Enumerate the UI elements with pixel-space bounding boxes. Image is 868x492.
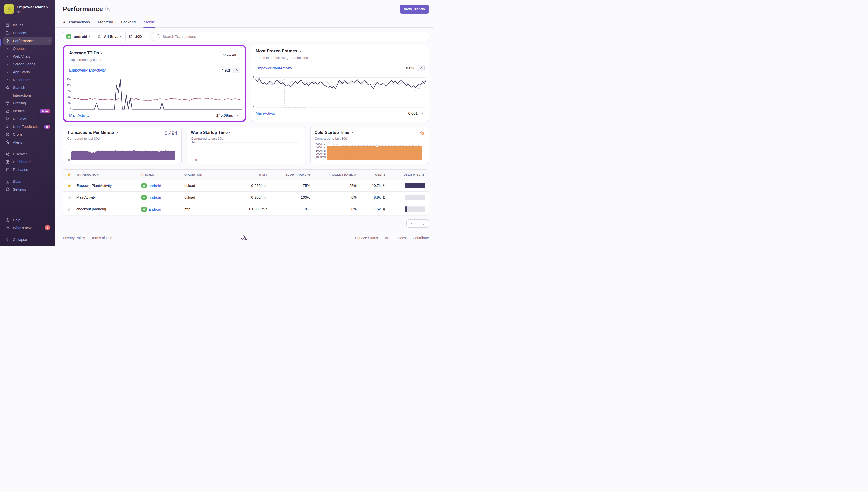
sidebar-item-app-starts[interactable]: App Starts [3,68,52,76]
sidebar-item-starfish[interactable]: Starfish [3,83,52,91]
sidebar-item-discover[interactable]: Discover [3,150,52,158]
contribute-link[interactable]: Contribute [413,236,429,240]
help-tooltip-icon[interactable]: ? [105,7,110,11]
project-link[interactable]: android [149,207,161,212]
sidebar-item-dashboards[interactable]: Dashboards [3,158,52,166]
col-operation[interactable]: OPERATION [184,173,230,176]
filter-bar: android All Envs 30D [63,32,429,41]
sidebar-item-queries[interactable]: Queries [3,45,52,52]
project-link[interactable]: android [149,195,161,200]
expand-series-button[interactable] [235,115,240,116]
ttids-title-dropdown[interactable]: Average TTIDs [69,51,240,56]
ttids-bottom-value: 145.68ms [216,113,233,117]
project-filter[interactable]: android [63,32,94,41]
chevron-down-icon [229,131,231,133]
frozen-frame-cell: 25% [310,183,357,188]
sidebar-item-whats-new[interactable]: What's new 5 [3,224,52,232]
star-column-header[interactable] [67,172,76,177]
sidebar-item-performance[interactable]: Performance [3,37,52,45]
highlighted-region: Average TTIDs Top screens by count View … [63,45,246,122]
expand-series-button[interactable] [420,113,425,114]
sidebar-item-screen-loads[interactable]: Screen Loads [3,60,52,68]
tpm-title-dropdown[interactable]: Transactions Per Minute [67,130,177,135]
frozen-title-dropdown[interactable]: Most Frozen Frames [256,49,425,54]
sidebar-item-web-vitals[interactable]: Web Vitals [3,52,52,60]
slow-frame-cell: 0% [267,207,310,211]
search-input[interactable] [163,34,426,39]
col-users[interactable]: USERS [357,173,386,176]
pagination [406,219,429,228]
sidebar-item-metrics[interactable]: Metrics beta [3,107,52,115]
sidebar-item-releases[interactable]: Releases [3,166,52,173]
transaction-link[interactable]: checkout [android] [76,207,142,211]
tab-frontend[interactable]: Frontend [98,19,113,27]
collapse-series-button[interactable] [418,65,425,71]
col-project[interactable]: PROJECT [142,173,184,176]
svg-text:1: 1 [68,143,70,146]
active-item-indicator [0,39,1,46]
sidebar-item-projects[interactable]: Projects [3,29,52,37]
privacy-policy-link[interactable]: Privacy Policy [63,236,85,240]
sidebar-item-issues[interactable]: Issues [3,21,52,29]
bullet-icon [5,46,10,51]
project-link[interactable]: android [149,183,161,188]
previous-page-button[interactable] [407,220,418,227]
page-title: Performance [63,5,103,13]
transaction-link[interactable]: EmpowerPlantActivity [256,66,292,70]
chevron-down-icon [144,35,146,37]
service-status-link[interactable]: Service Status [355,236,378,240]
view-trends-button[interactable]: View Trends [400,4,429,14]
android-icon [67,34,72,39]
view-all-button[interactable]: View All [220,51,240,59]
frozen-top-row: EmpowerPlantActivity 0.826 [252,63,429,73]
sidebar-item-user-feedback[interactable]: User Feedback B [3,123,52,130]
sidebar-item-resources[interactable]: Resources [3,76,52,83]
warm-title-dropdown[interactable]: Warm Startup Time [191,130,301,135]
org-subtitle: Nar [17,10,48,14]
star-toggle[interactable] [67,195,76,200]
col-transaction[interactable]: TRANSACTION [76,173,142,176]
svg-text:9s: 9s [68,90,71,93]
api-link[interactable]: API [385,236,391,240]
sidebar-item-profiling[interactable]: Profiling [3,99,52,107]
tab-backend[interactable]: Backend [121,19,136,27]
transaction-link[interactable]: EmpowerPlantActivity [76,183,142,188]
svg-text:1: 1 [253,76,254,79]
next-page-button[interactable] [418,220,429,227]
sidebar-item-crons[interactable]: Crons [3,130,52,138]
tab-all-transactions[interactable]: All Transactions [63,19,90,27]
sidebar-item-help[interactable]: Help [3,216,52,224]
terms-of-use-link[interactable]: Terms of Use [92,236,112,240]
sidebar-collapse-button[interactable]: Collapse [3,236,52,244]
col-slow-frame[interactable]: SLOW FRAME % [267,173,310,176]
environment-filter[interactable]: All Envs [94,32,125,41]
sidebar-item-interactions[interactable]: Interactions [3,91,52,99]
operation-cell: http [184,207,230,211]
tab-mobile[interactable]: Mobile [144,19,155,27]
lightning-icon [5,39,10,43]
star-toggle[interactable] [67,207,76,212]
cold-title-dropdown[interactable]: Cold Startup Time [315,130,425,135]
col-tpm[interactable]: TPM ↓ [230,173,267,176]
table-row: MainActivity android ui.load 0.206/min 1… [63,192,429,203]
transaction-link[interactable]: EmpowerPlantActivity [69,68,106,72]
sidebar-item-alerts[interactable]: Alerts [3,138,52,146]
tpm-cell: 0.250/min [230,183,267,188]
org-switcher[interactable]: Empower Plant Nar [3,3,52,15]
page-filter-group: android All Envs 30D [63,32,149,41]
sidebar-item-replays[interactable]: Replays B [3,115,52,123]
sidebar-item-settings[interactable]: Settings [3,185,52,193]
transaction-link[interactable]: MainActivity [256,111,276,115]
collapse-series-button[interactable] [233,67,240,73]
search-container [153,32,429,41]
sidebar-item-stats[interactable]: Stats [3,177,52,185]
col-user-misery[interactable]: USER MISERY [386,173,425,176]
bullet-icon [5,62,10,67]
transaction-link[interactable]: MainActivity [69,113,90,117]
frozen-frames-chart: 10 [252,73,429,108]
transaction-link[interactable]: MainActivity [76,195,142,199]
col-frozen-frame[interactable]: FROZEN FRAME % [310,173,357,176]
docs-link[interactable]: Docs [398,236,406,240]
star-toggle[interactable] [67,183,76,188]
date-range-filter[interactable]: 30D [125,32,149,41]
